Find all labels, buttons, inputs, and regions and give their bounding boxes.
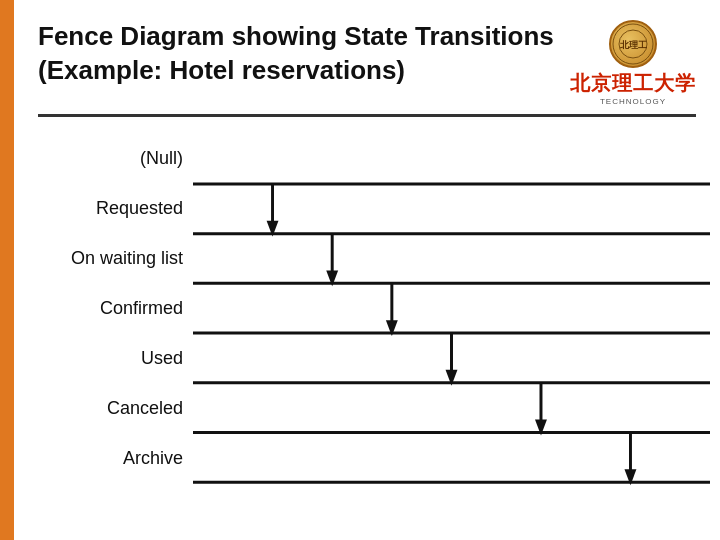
- state-confirmed: Confirmed: [38, 283, 193, 333]
- state-null: (Null): [38, 133, 193, 183]
- header: Fence Diagram showing State Transitions …: [38, 20, 696, 117]
- slide: Fence Diagram showing State Transitions …: [0, 0, 720, 540]
- logo-area: 北理工 北京理工大学 TECHNOLOGY: [570, 20, 696, 106]
- state-canceled: Canceled: [38, 383, 193, 433]
- logo-circle: 北理工: [609, 20, 657, 68]
- svg-text:北理工: 北理工: [619, 40, 647, 50]
- state-on-waiting-list: On waiting list: [38, 233, 193, 283]
- fence-svg: [193, 158, 710, 528]
- slide-title: Fence Diagram showing State Transitions …: [38, 20, 554, 88]
- state-archive: Archive: [38, 433, 193, 483]
- accent-bar: [0, 0, 14, 540]
- title-line2: (Example: Hotel reservations): [38, 55, 405, 85]
- fence-svg-area: [193, 133, 710, 513]
- title-line1: Fence Diagram showing State Transitions: [38, 21, 554, 51]
- state-used: Used: [38, 333, 193, 383]
- state-requested: Requested: [38, 183, 193, 233]
- fence-diagram: (Null) Requested On waiting list Confirm…: [38, 133, 710, 513]
- states-column: (Null) Requested On waiting list Confirm…: [38, 133, 193, 513]
- logo-chinese-text: 北京理工大学: [570, 70, 696, 97]
- logo-sub-text: TECHNOLOGY: [600, 97, 666, 106]
